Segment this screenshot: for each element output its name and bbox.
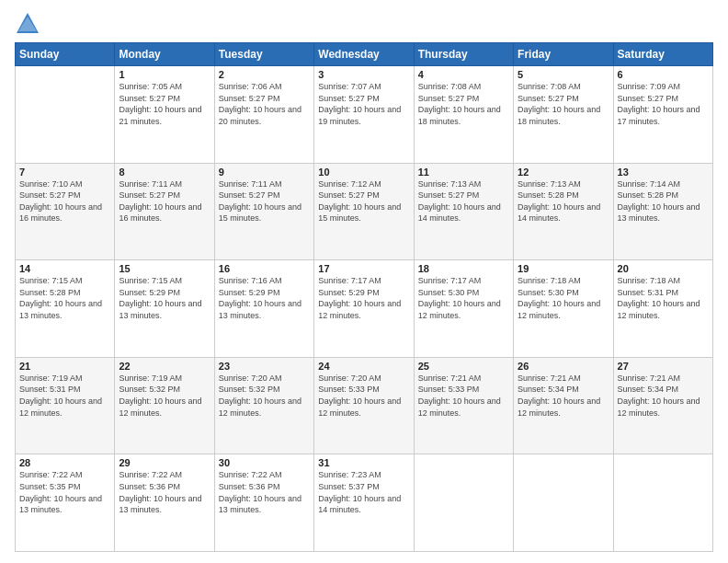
day-info: Sunrise: 7:16 AMSunset: 5:29 PMDaylight:… <box>219 275 310 321</box>
day-info: Sunrise: 7:18 AMSunset: 5:31 PMDaylight:… <box>618 275 709 321</box>
calendar-week-row: 28Sunrise: 7:22 AMSunset: 5:35 PMDayligh… <box>16 454 713 552</box>
day-number: 6 <box>618 69 709 80</box>
calendar-cell: 22Sunrise: 7:19 AMSunset: 5:32 PMDayligh… <box>115 357 214 454</box>
day-number: 10 <box>318 167 409 178</box>
day-info: Sunrise: 7:22 AMSunset: 5:35 PMDaylight:… <box>19 469 110 515</box>
day-number: 16 <box>219 263 310 274</box>
day-number: 20 <box>618 263 709 274</box>
calendar-week-row: 1Sunrise: 7:05 AMSunset: 5:27 PMDaylight… <box>16 66 713 164</box>
day-number: 21 <box>19 361 110 372</box>
svg-marker-1 <box>18 17 37 31</box>
day-info: Sunrise: 7:15 AMSunset: 5:28 PMDaylight:… <box>19 275 110 321</box>
weekday-header-wednesday: Wednesday <box>314 43 414 66</box>
calendar-cell: 6Sunrise: 7:09 AMSunset: 5:27 PMDaylight… <box>613 66 712 164</box>
day-info: Sunrise: 7:13 AMSunset: 5:27 PMDaylight:… <box>418 178 509 224</box>
calendar-cell: 3Sunrise: 7:07 AMSunset: 5:27 PMDaylight… <box>314 66 414 164</box>
logo-icon <box>15 11 40 37</box>
day-number: 17 <box>318 263 409 274</box>
calendar-table: SundayMondayTuesdayWednesdayThursdayFrid… <box>15 42 713 552</box>
calendar-cell: 14Sunrise: 7:15 AMSunset: 5:28 PMDayligh… <box>16 260 115 358</box>
calendar-cell <box>16 66 115 164</box>
day-number: 28 <box>19 457 110 468</box>
day-info: Sunrise: 7:18 AMSunset: 5:30 PMDaylight:… <box>518 275 609 321</box>
calendar-cell: 17Sunrise: 7:17 AMSunset: 5:29 PMDayligh… <box>314 260 414 358</box>
day-number: 22 <box>119 361 210 372</box>
day-info: Sunrise: 7:08 AMSunset: 5:27 PMDaylight:… <box>518 81 609 127</box>
day-info: Sunrise: 7:05 AMSunset: 5:27 PMDaylight:… <box>119 81 210 127</box>
calendar-week-row: 14Sunrise: 7:15 AMSunset: 5:28 PMDayligh… <box>16 260 713 358</box>
day-info: Sunrise: 7:17 AMSunset: 5:29 PMDaylight:… <box>318 275 409 321</box>
calendar-week-row: 7Sunrise: 7:10 AMSunset: 5:27 PMDaylight… <box>16 163 713 260</box>
weekday-header-row: SundayMondayTuesdayWednesdayThursdayFrid… <box>16 43 713 66</box>
day-info: Sunrise: 7:11 AMSunset: 5:27 PMDaylight:… <box>219 178 310 224</box>
day-info: Sunrise: 7:21 AMSunset: 5:34 PMDaylight:… <box>518 373 609 419</box>
day-info: Sunrise: 7:14 AMSunset: 5:28 PMDaylight:… <box>618 178 709 224</box>
calendar-cell: 26Sunrise: 7:21 AMSunset: 5:34 PMDayligh… <box>514 357 613 454</box>
calendar-cell: 5Sunrise: 7:08 AMSunset: 5:27 PMDaylight… <box>514 66 613 164</box>
day-info: Sunrise: 7:20 AMSunset: 5:33 PMDaylight:… <box>318 373 409 419</box>
weekday-header-sunday: Sunday <box>16 43 115 66</box>
weekday-header-tuesday: Tuesday <box>214 43 313 66</box>
day-number: 11 <box>418 167 509 178</box>
day-number: 30 <box>219 457 310 468</box>
day-info: Sunrise: 7:23 AMSunset: 5:37 PMDaylight:… <box>318 469 409 515</box>
logo <box>15 11 44 37</box>
day-number: 14 <box>19 263 110 274</box>
day-info: Sunrise: 7:09 AMSunset: 5:27 PMDaylight:… <box>618 81 709 127</box>
calendar-cell: 1Sunrise: 7:05 AMSunset: 5:27 PMDaylight… <box>115 66 214 164</box>
weekday-header-saturday: Saturday <box>613 43 712 66</box>
day-number: 29 <box>119 457 210 468</box>
calendar-cell: 28Sunrise: 7:22 AMSunset: 5:35 PMDayligh… <box>16 454 115 552</box>
day-number: 4 <box>418 69 509 80</box>
day-number: 1 <box>119 69 210 80</box>
day-info: Sunrise: 7:12 AMSunset: 5:27 PMDaylight:… <box>318 178 409 224</box>
day-info: Sunrise: 7:21 AMSunset: 5:34 PMDaylight:… <box>618 373 709 419</box>
day-number: 23 <box>219 361 310 372</box>
calendar-cell: 10Sunrise: 7:12 AMSunset: 5:27 PMDayligh… <box>314 163 414 260</box>
day-number: 7 <box>19 167 110 178</box>
day-number: 2 <box>219 69 310 80</box>
day-number: 27 <box>618 361 709 372</box>
day-number: 19 <box>518 263 609 274</box>
day-number: 13 <box>618 167 709 178</box>
day-number: 26 <box>518 361 609 372</box>
day-info: Sunrise: 7:20 AMSunset: 5:32 PMDaylight:… <box>219 373 310 419</box>
calendar-cell: 27Sunrise: 7:21 AMSunset: 5:34 PMDayligh… <box>613 357 712 454</box>
calendar-cell: 13Sunrise: 7:14 AMSunset: 5:28 PMDayligh… <box>613 163 712 260</box>
day-info: Sunrise: 7:22 AMSunset: 5:36 PMDaylight:… <box>119 469 210 515</box>
day-info: Sunrise: 7:21 AMSunset: 5:33 PMDaylight:… <box>418 373 509 419</box>
day-info: Sunrise: 7:10 AMSunset: 5:27 PMDaylight:… <box>19 178 110 224</box>
calendar-cell: 12Sunrise: 7:13 AMSunset: 5:28 PMDayligh… <box>514 163 613 260</box>
day-info: Sunrise: 7:19 AMSunset: 5:32 PMDaylight:… <box>119 373 210 419</box>
calendar-cell: 31Sunrise: 7:23 AMSunset: 5:37 PMDayligh… <box>314 454 414 552</box>
calendar-cell: 25Sunrise: 7:21 AMSunset: 5:33 PMDayligh… <box>414 357 513 454</box>
day-number: 25 <box>418 361 509 372</box>
calendar-cell: 19Sunrise: 7:18 AMSunset: 5:30 PMDayligh… <box>514 260 613 358</box>
calendar-cell: 18Sunrise: 7:17 AMSunset: 5:30 PMDayligh… <box>414 260 513 358</box>
day-info: Sunrise: 7:08 AMSunset: 5:27 PMDaylight:… <box>418 81 509 127</box>
calendar-cell: 20Sunrise: 7:18 AMSunset: 5:31 PMDayligh… <box>613 260 712 358</box>
calendar-cell: 7Sunrise: 7:10 AMSunset: 5:27 PMDaylight… <box>16 163 115 260</box>
calendar-cell: 24Sunrise: 7:20 AMSunset: 5:33 PMDayligh… <box>314 357 414 454</box>
weekday-header-friday: Friday <box>514 43 613 66</box>
calendar-cell: 30Sunrise: 7:22 AMSunset: 5:36 PMDayligh… <box>214 454 313 552</box>
day-info: Sunrise: 7:22 AMSunset: 5:36 PMDaylight:… <box>219 469 310 515</box>
day-number: 31 <box>318 457 409 468</box>
weekday-header-thursday: Thursday <box>414 43 513 66</box>
calendar-cell <box>514 454 613 552</box>
calendar-cell: 9Sunrise: 7:11 AMSunset: 5:27 PMDaylight… <box>214 163 313 260</box>
day-info: Sunrise: 7:13 AMSunset: 5:28 PMDaylight:… <box>518 178 609 224</box>
day-info: Sunrise: 7:06 AMSunset: 5:27 PMDaylight:… <box>219 81 310 127</box>
calendar-cell: 2Sunrise: 7:06 AMSunset: 5:27 PMDaylight… <box>214 66 313 164</box>
day-info: Sunrise: 7:19 AMSunset: 5:31 PMDaylight:… <box>19 373 110 419</box>
day-info: Sunrise: 7:17 AMSunset: 5:30 PMDaylight:… <box>418 275 509 321</box>
calendar-week-row: 21Sunrise: 7:19 AMSunset: 5:31 PMDayligh… <box>16 357 713 454</box>
day-number: 18 <box>418 263 509 274</box>
calendar-cell <box>613 454 712 552</box>
calendar-cell: 4Sunrise: 7:08 AMSunset: 5:27 PMDaylight… <box>414 66 513 164</box>
day-number: 3 <box>318 69 409 80</box>
calendar-cell: 15Sunrise: 7:15 AMSunset: 5:29 PMDayligh… <box>115 260 214 358</box>
calendar-cell <box>414 454 513 552</box>
day-info: Sunrise: 7:15 AMSunset: 5:29 PMDaylight:… <box>119 275 210 321</box>
day-number: 9 <box>219 167 310 178</box>
